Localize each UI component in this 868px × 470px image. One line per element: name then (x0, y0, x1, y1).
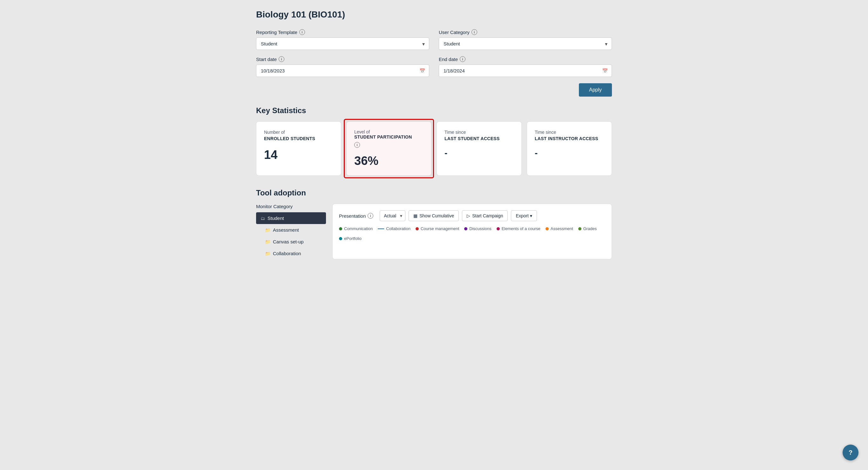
folder-icon-canvas-setup: 📁 (265, 239, 270, 244)
legend-item-elements-of-course: Elements of a course (497, 226, 540, 231)
reporting-template-group: Reporting Template i Student (256, 29, 429, 50)
user-category-select-wrapper: Student (439, 37, 612, 50)
legend-dot-communication (339, 227, 342, 230)
folder-icon-collaboration: 📁 (265, 251, 270, 256)
reporting-template-label: Reporting Template i (256, 29, 429, 35)
sidebar-item-canvas-setup[interactable]: 📁 Canvas set-up (256, 236, 326, 248)
last-student-access-card: Time since LAST STUDENT ACCESS - (437, 121, 522, 176)
student-participation-info-icon[interactable]: i (354, 142, 360, 148)
legend-dot-grades (578, 227, 582, 230)
last-student-access-value: - (444, 148, 514, 158)
start-date-label: Start date i (256, 56, 429, 62)
end-date-group: End date i (439, 56, 612, 77)
legend-dot-elements-of-course (497, 227, 500, 230)
start-campaign-button[interactable]: ▷ Start Campaign (462, 210, 508, 221)
chart-controls: Actual ▦ Show Cumulative ▷ Start Campaig… (380, 210, 537, 221)
enrolled-students-label: Number of ENROLLED STUDENTS (264, 129, 333, 142)
apply-button[interactable]: Apply (579, 83, 612, 97)
end-date-info-icon[interactable]: i (460, 56, 465, 62)
last-instructor-access-label: Time since LAST INSTRUCTOR ACCESS (535, 129, 604, 142)
enrolled-students-card: Number of ENROLLED STUDENTS 14 (256, 121, 341, 176)
actual-select-wrapper: Actual (380, 210, 405, 221)
page-title: Biology 101 (BIO101) (256, 9, 612, 20)
legend-dot-discussions (464, 227, 467, 230)
end-date-label: End date i (439, 56, 612, 62)
chevron-down-icon: ▾ (530, 213, 532, 218)
sidebar-item-collaboration[interactable]: 📁 Collaboration (256, 248, 326, 259)
legend-item-communication: Communication (339, 226, 373, 231)
filter-form: Reporting Template i Student User Catego… (256, 29, 612, 97)
start-date-wrapper (256, 64, 429, 77)
last-instructor-access-value: - (535, 148, 604, 158)
chart-legend: Communication Collaboration Course manag… (339, 226, 605, 241)
student-participation-label: Level of STUDENT PARTICIPATION (354, 129, 424, 139)
monitor-category-panel: Monitor Category 🗂 Student 📁 Assessment … (256, 204, 326, 259)
student-participation-container: Level of STUDENT PARTICIPATION i 36% (346, 121, 431, 176)
last-instructor-access-card: Time since LAST INSTRUCTOR ACCESS - (527, 121, 612, 176)
folder-icon-student: 🗂 (260, 216, 265, 221)
presentation-select[interactable]: Actual (380, 210, 405, 221)
key-statistics-title: Key Statistics (256, 106, 612, 115)
start-date-input[interactable] (256, 64, 429, 77)
show-cumulative-button[interactable]: ▦ Show Cumulative (409, 210, 459, 221)
reporting-template-info-icon[interactable]: i (299, 29, 305, 35)
end-date-input[interactable] (439, 64, 612, 77)
sidebar-item-student[interactable]: 🗂 Student (256, 212, 326, 224)
chart-header: Presentation i Actual ▦ Show Cumulative (339, 210, 605, 221)
chart-panel: Presentation i Actual ▦ Show Cumulative (332, 204, 612, 259)
end-date-wrapper (439, 64, 612, 77)
reporting-template-select-wrapper: Student (256, 37, 429, 50)
form-row-1: Reporting Template i Student User Catego… (256, 29, 612, 50)
play-icon: ▷ (467, 213, 470, 218)
legend-item-collaboration: Collaboration (378, 226, 410, 231)
monitor-category-label: Monitor Category (256, 204, 326, 209)
form-row-2: Start date i End date i (256, 56, 612, 77)
last-student-access-label: Time since LAST STUDENT ACCESS (444, 129, 514, 142)
presentation-info-icon[interactable]: i (368, 213, 373, 219)
legend-dot-eportfolio (339, 237, 342, 240)
tool-adoption-content: Monitor Category 🗂 Student 📁 Assessment … (256, 204, 612, 259)
user-category-group: User Category i Student (439, 29, 612, 50)
folder-icon-assessment: 📁 (265, 227, 270, 232)
legend-dot-assessment (546, 227, 549, 230)
student-participation-value: 36% (354, 154, 424, 168)
legend-item-course-management: Course management (415, 226, 459, 231)
legend-item-grades: Grades (578, 226, 597, 231)
sidebar-item-assessment[interactable]: 📁 Assessment (256, 224, 326, 236)
legend-dot-course-management (415, 227, 419, 230)
legend-item-discussions: Discussions (464, 226, 491, 231)
tool-adoption-section: Tool adoption Monitor Category 🗂 Student… (256, 188, 612, 259)
start-date-group: Start date i (256, 56, 429, 77)
legend-item-eportfolio: ePortfolio (339, 236, 362, 241)
enrolled-students-value: 14 (264, 148, 333, 162)
help-button[interactable]: ? (843, 445, 859, 461)
legend-line-collaboration (378, 228, 384, 229)
reporting-template-select[interactable]: Student (256, 37, 429, 50)
legend-item-assessment: Assessment (546, 226, 573, 231)
user-category-select[interactable]: Student (439, 37, 612, 50)
apply-row: Apply (256, 83, 612, 97)
key-statistics-section: Key Statistics Number of ENROLLED STUDEN… (256, 106, 612, 176)
presentation-label: Presentation i (339, 213, 373, 219)
user-category-label: User Category i (439, 29, 612, 35)
participation-info: i (354, 142, 424, 148)
student-participation-card: Level of STUDENT PARTICIPATION i 36% (346, 121, 431, 176)
bar-chart-icon: ▦ (413, 213, 417, 218)
start-date-info-icon[interactable]: i (279, 56, 284, 62)
stats-grid: Number of ENROLLED STUDENTS 14 Level of … (256, 121, 612, 176)
tool-adoption-title: Tool adoption (256, 188, 612, 197)
category-list: 🗂 Student 📁 Assessment 📁 Canvas set-up 📁… (256, 212, 326, 259)
user-category-info-icon[interactable]: i (471, 29, 477, 35)
export-button[interactable]: Export ▾ (511, 210, 537, 221)
